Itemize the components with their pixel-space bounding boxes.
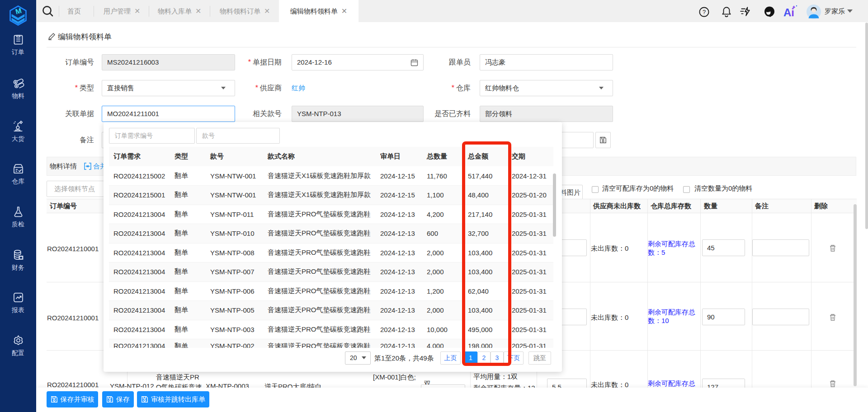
svg-text:Ai: Ai	[783, 6, 794, 19]
svg-text:?: ?	[703, 9, 706, 15]
